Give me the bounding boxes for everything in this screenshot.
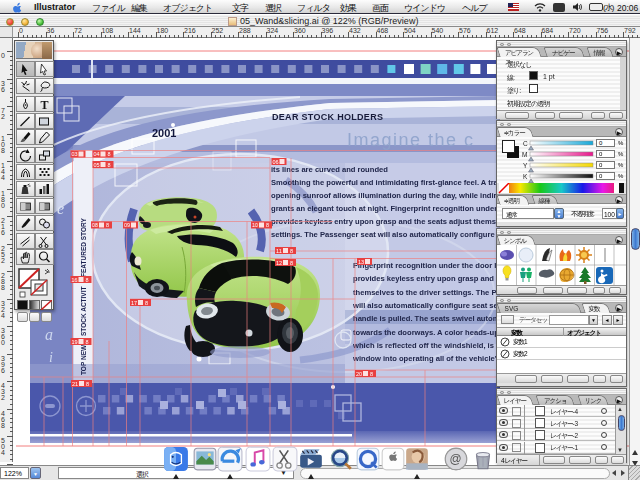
svg-text:K: K xyxy=(523,173,528,180)
svg-text:Smoothing the powerful and int: Smoothing the powerful and intimidating … xyxy=(271,178,499,187)
svg-text:13: 13 xyxy=(358,259,364,265)
svg-text:8: 8 xyxy=(86,381,89,387)
svg-text:11: 11 xyxy=(276,248,282,254)
svg-text:09: 09 xyxy=(124,222,130,228)
svg-text:its lines are curved and round: its lines are curved and rounded xyxy=(271,165,388,174)
svg-text:20: 20 xyxy=(356,371,362,377)
svg-text:i: i xyxy=(49,350,53,365)
svg-text:8: 8 xyxy=(290,248,293,254)
svg-text:10: 10 xyxy=(252,222,258,228)
svg-text:Fingerprint recognition under: Fingerprint recognition under the door h xyxy=(353,261,499,270)
svg-text:will also automatically config: will also automatically configure seat s… xyxy=(352,301,501,310)
svg-text:03: 03 xyxy=(72,151,78,157)
svg-text:Y: Y xyxy=(523,162,528,169)
svg-text:8: 8 xyxy=(106,222,109,228)
svg-text:settings. The Passenger seat w: settings. The Passenger seat will also a… xyxy=(271,230,510,239)
svg-text:12: 12 xyxy=(276,260,282,266)
svg-text:8: 8 xyxy=(108,151,111,157)
svg-text:8: 8 xyxy=(290,260,293,266)
svg-text:8: 8 xyxy=(108,162,111,168)
svg-text:8: 8 xyxy=(145,300,148,306)
svg-text:8: 8 xyxy=(266,222,269,228)
svg-text:8: 8 xyxy=(86,339,89,345)
svg-text:2001: 2001 xyxy=(152,127,176,139)
svg-text:Imagine the c: Imagine the c xyxy=(347,130,475,150)
svg-text:T: T xyxy=(41,98,49,111)
svg-text:C: C xyxy=(523,140,528,147)
svg-text:themselves to the driver setti: themselves to the driver settings. The P… xyxy=(353,288,501,297)
svg-text:handle is pulled. The seats sw: handle is pulled. The seats swivel autom… xyxy=(353,314,504,323)
svg-text:opening sunroof allows illumin: opening sunroof allows illumination duri… xyxy=(271,191,501,200)
svg-text:STOCK ACTIVIT: STOCK ACTIVIT xyxy=(80,286,87,336)
svg-text:e: e xyxy=(57,200,64,217)
svg-text:M: M xyxy=(522,151,527,158)
svg-text:provides keyless entry upon gr: provides keyless entry upon grasp and th xyxy=(353,274,504,283)
svg-text:8: 8 xyxy=(370,371,373,377)
svg-text:8: 8 xyxy=(86,277,89,283)
svg-text:04: 04 xyxy=(94,151,100,157)
svg-text:a: a xyxy=(45,326,53,343)
svg-text:16: 16 xyxy=(72,277,78,283)
svg-text:towards the doorways. A color: towards the doorways. A color heads-up xyxy=(353,328,499,337)
svg-text:DEAR STOCK HOLDERS: DEAR STOCK HOLDERS xyxy=(272,112,383,122)
svg-text:06: 06 xyxy=(273,159,279,165)
svg-text:grants an elegant touch at nig: grants an elegant touch at night. Finger… xyxy=(271,204,497,213)
svg-text:21: 21 xyxy=(72,381,78,387)
svg-text:08: 08 xyxy=(92,222,98,228)
svg-text:TOP NEW: TOP NEW xyxy=(80,344,87,375)
svg-text:17: 17 xyxy=(131,300,137,306)
svg-text:FEATURED STORY: FEATURED STORY xyxy=(80,218,87,277)
svg-text:window into operating all of t: window into operating all of the vehicle… xyxy=(352,354,497,363)
svg-text:19: 19 xyxy=(72,339,78,345)
svg-text:which is reflected off the win: which is reflected off the windshield, i… xyxy=(352,341,504,350)
svg-text:@: @ xyxy=(450,452,462,466)
svg-text:05: 05 xyxy=(94,162,100,168)
